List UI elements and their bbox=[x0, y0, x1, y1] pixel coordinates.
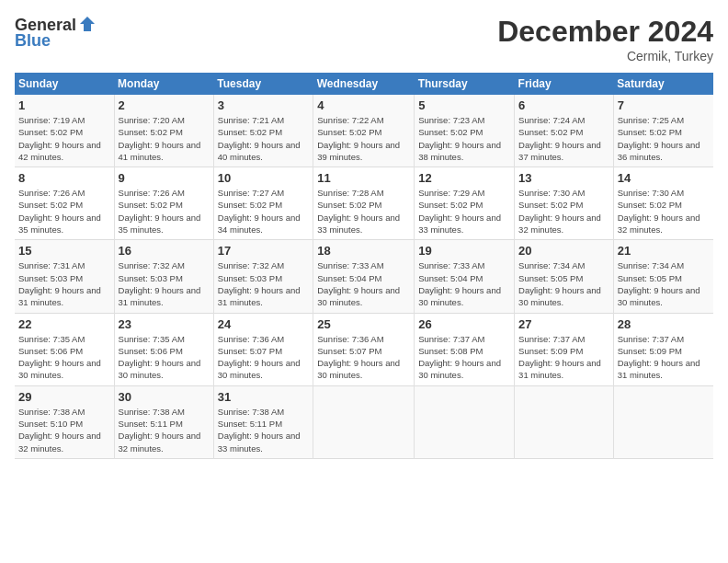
day-number: 21 bbox=[618, 244, 710, 258]
day-detail: Sunrise: 7:34 AMSunset: 5:05 PMDaylight:… bbox=[618, 260, 700, 307]
calendar-cell bbox=[313, 385, 415, 458]
day-detail: Sunrise: 7:38 AMSunset: 5:11 PMDaylight:… bbox=[119, 407, 201, 454]
day-number: 20 bbox=[518, 244, 609, 258]
day-detail: Sunrise: 7:36 AMSunset: 5:07 PMDaylight:… bbox=[317, 334, 400, 381]
day-detail: Sunrise: 7:19 AMSunset: 5:02 PMDaylight:… bbox=[18, 115, 101, 162]
week-row-3: 15 Sunrise: 7:31 AMSunset: 5:03 PMDaylig… bbox=[15, 240, 713, 313]
day-detail: Sunrise: 7:37 AMSunset: 5:08 PMDaylight:… bbox=[418, 334, 501, 381]
day-detail: Sunrise: 7:21 AMSunset: 5:02 PMDaylight:… bbox=[218, 115, 301, 162]
day-number: 30 bbox=[119, 390, 210, 404]
calendar-cell: 14 Sunrise: 7:30 AMSunset: 5:02 PMDaylig… bbox=[613, 167, 713, 240]
day-detail: Sunrise: 7:26 AMSunset: 5:02 PMDaylight:… bbox=[18, 188, 101, 235]
col-header-monday: Monday bbox=[114, 73, 213, 95]
day-number: 8 bbox=[18, 171, 110, 185]
day-detail: Sunrise: 7:33 AMSunset: 5:04 PMDaylight:… bbox=[418, 260, 501, 307]
day-number: 13 bbox=[518, 171, 609, 185]
page-container: General Blue December 2024 Cermik, Turke… bbox=[0, 0, 728, 468]
calendar-cell: 18 Sunrise: 7:33 AMSunset: 5:04 PMDaylig… bbox=[313, 240, 415, 313]
week-row-2: 8 Sunrise: 7:26 AMSunset: 5:02 PMDayligh… bbox=[15, 167, 713, 240]
calendar-cell: 22 Sunrise: 7:35 AMSunset: 5:06 PMDaylig… bbox=[15, 313, 114, 385]
day-detail: Sunrise: 7:23 AMSunset: 5:02 PMDaylight:… bbox=[418, 115, 501, 162]
day-detail: Sunrise: 7:24 AMSunset: 5:02 PMDaylight:… bbox=[518, 115, 601, 162]
day-number: 5 bbox=[418, 98, 510, 112]
logo-blue: Blue bbox=[15, 31, 51, 51]
day-detail: Sunrise: 7:37 AMSunset: 5:09 PMDaylight:… bbox=[618, 334, 700, 381]
col-header-saturday: Saturday bbox=[613, 73, 713, 95]
header: General Blue December 2024 Cermik, Turke… bbox=[15, 15, 713, 63]
calendar-cell: 5 Sunrise: 7:23 AMSunset: 5:02 PMDayligh… bbox=[415, 95, 515, 167]
day-number: 11 bbox=[317, 171, 410, 185]
calendar-cell: 9 Sunrise: 7:26 AMSunset: 5:02 PMDayligh… bbox=[114, 167, 213, 240]
col-header-tuesday: Tuesday bbox=[213, 73, 313, 95]
header-row: SundayMondayTuesdayWednesdayThursdayFrid… bbox=[15, 73, 713, 95]
calendar-cell: 16 Sunrise: 7:32 AMSunset: 5:03 PMDaylig… bbox=[114, 240, 213, 313]
day-number: 1 bbox=[18, 98, 110, 112]
calendar-cell: 15 Sunrise: 7:31 AMSunset: 5:03 PMDaylig… bbox=[15, 240, 114, 313]
logo-icon bbox=[78, 15, 97, 33]
day-number: 10 bbox=[218, 171, 309, 185]
day-detail: Sunrise: 7:36 AMSunset: 5:07 PMDaylight:… bbox=[218, 334, 301, 381]
col-header-thursday: Thursday bbox=[415, 73, 515, 95]
day-number: 31 bbox=[218, 390, 309, 404]
day-number: 27 bbox=[518, 317, 609, 331]
day-detail: Sunrise: 7:30 AMSunset: 5:02 PMDaylight:… bbox=[518, 188, 601, 235]
logo: General Blue bbox=[15, 15, 97, 51]
col-header-sunday: Sunday bbox=[15, 73, 114, 95]
day-detail: Sunrise: 7:25 AMSunset: 5:02 PMDaylight:… bbox=[618, 115, 700, 162]
day-number: 16 bbox=[119, 244, 210, 258]
day-detail: Sunrise: 7:30 AMSunset: 5:02 PMDaylight:… bbox=[618, 188, 700, 235]
day-detail: Sunrise: 7:33 AMSunset: 5:04 PMDaylight:… bbox=[317, 260, 400, 307]
col-header-wednesday: Wednesday bbox=[313, 73, 415, 95]
day-number: 23 bbox=[119, 317, 210, 331]
calendar-cell: 2 Sunrise: 7:20 AMSunset: 5:02 PMDayligh… bbox=[114, 95, 213, 167]
day-number: 3 bbox=[218, 98, 309, 112]
day-number: 28 bbox=[618, 317, 710, 331]
location: Cermik, Turkey bbox=[497, 49, 713, 63]
calendar-cell: 10 Sunrise: 7:27 AMSunset: 5:02 PMDaylig… bbox=[213, 167, 313, 240]
day-detail: Sunrise: 7:27 AMSunset: 5:02 PMDaylight:… bbox=[218, 188, 301, 235]
calendar-cell: 4 Sunrise: 7:22 AMSunset: 5:02 PMDayligh… bbox=[313, 95, 415, 167]
calendar-cell: 1 Sunrise: 7:19 AMSunset: 5:02 PMDayligh… bbox=[15, 95, 114, 167]
day-detail: Sunrise: 7:37 AMSunset: 5:09 PMDaylight:… bbox=[518, 334, 601, 381]
day-detail: Sunrise: 7:38 AMSunset: 5:11 PMDaylight:… bbox=[218, 407, 301, 454]
day-number: 2 bbox=[119, 98, 210, 112]
day-number: 19 bbox=[418, 244, 510, 258]
calendar-cell: 30 Sunrise: 7:38 AMSunset: 5:11 PMDaylig… bbox=[114, 385, 213, 458]
day-number: 17 bbox=[218, 244, 309, 258]
title-section: December 2024 Cermik, Turkey bbox=[497, 15, 713, 63]
day-detail: Sunrise: 7:26 AMSunset: 5:02 PMDaylight:… bbox=[119, 188, 201, 235]
calendar-cell: 19 Sunrise: 7:33 AMSunset: 5:04 PMDaylig… bbox=[415, 240, 515, 313]
day-number: 4 bbox=[317, 98, 410, 112]
calendar-cell: 7 Sunrise: 7:25 AMSunset: 5:02 PMDayligh… bbox=[613, 95, 713, 167]
day-detail: Sunrise: 7:32 AMSunset: 5:03 PMDaylight:… bbox=[218, 260, 301, 307]
calendar-cell bbox=[515, 385, 614, 458]
day-detail: Sunrise: 7:31 AMSunset: 5:03 PMDaylight:… bbox=[18, 260, 101, 307]
calendar-cell bbox=[613, 385, 713, 458]
calendar-cell: 11 Sunrise: 7:28 AMSunset: 5:02 PMDaylig… bbox=[313, 167, 415, 240]
calendar-cell: 25 Sunrise: 7:36 AMSunset: 5:07 PMDaylig… bbox=[313, 313, 415, 385]
day-number: 15 bbox=[18, 244, 110, 258]
day-detail: Sunrise: 7:34 AMSunset: 5:05 PMDaylight:… bbox=[518, 260, 601, 307]
col-header-friday: Friday bbox=[515, 73, 614, 95]
svg-marker-0 bbox=[80, 17, 95, 31]
day-number: 9 bbox=[119, 171, 210, 185]
calendar-cell: 31 Sunrise: 7:38 AMSunset: 5:11 PMDaylig… bbox=[213, 385, 313, 458]
month-title: December 2024 bbox=[497, 15, 713, 49]
calendar-cell: 6 Sunrise: 7:24 AMSunset: 5:02 PMDayligh… bbox=[515, 95, 614, 167]
day-number: 26 bbox=[418, 317, 510, 331]
calendar-cell: 27 Sunrise: 7:37 AMSunset: 5:09 PMDaylig… bbox=[515, 313, 614, 385]
day-number: 18 bbox=[317, 244, 410, 258]
day-number: 24 bbox=[218, 317, 309, 331]
calendar-cell: 13 Sunrise: 7:30 AMSunset: 5:02 PMDaylig… bbox=[515, 167, 614, 240]
day-detail: Sunrise: 7:22 AMSunset: 5:02 PMDaylight:… bbox=[317, 115, 400, 162]
day-number: 12 bbox=[418, 171, 510, 185]
calendar-cell: 17 Sunrise: 7:32 AMSunset: 5:03 PMDaylig… bbox=[213, 240, 313, 313]
week-row-4: 22 Sunrise: 7:35 AMSunset: 5:06 PMDaylig… bbox=[15, 313, 713, 385]
calendar-cell: 29 Sunrise: 7:38 AMSunset: 5:10 PMDaylig… bbox=[15, 385, 114, 458]
calendar-cell: 20 Sunrise: 7:34 AMSunset: 5:05 PMDaylig… bbox=[515, 240, 614, 313]
calendar-cell: 12 Sunrise: 7:29 AMSunset: 5:02 PMDaylig… bbox=[415, 167, 515, 240]
calendar-cell: 26 Sunrise: 7:37 AMSunset: 5:08 PMDaylig… bbox=[415, 313, 515, 385]
day-number: 25 bbox=[317, 317, 410, 331]
day-detail: Sunrise: 7:28 AMSunset: 5:02 PMDaylight:… bbox=[317, 188, 400, 235]
day-detail: Sunrise: 7:29 AMSunset: 5:02 PMDaylight:… bbox=[418, 188, 501, 235]
